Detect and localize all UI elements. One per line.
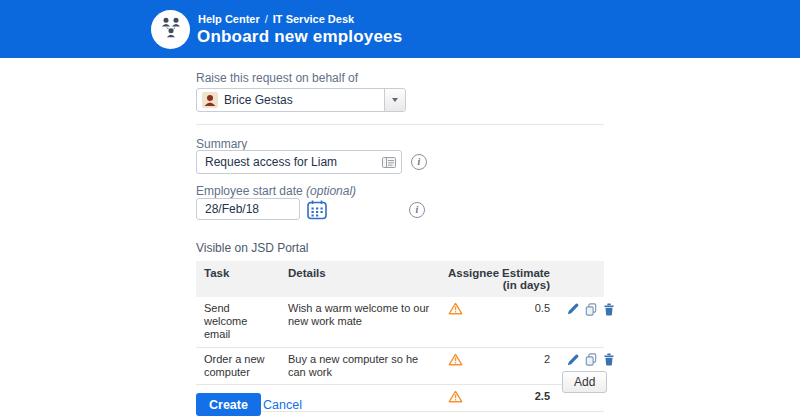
assignee-cell — [440, 347, 494, 384]
assignee-cell — [440, 297, 494, 347]
start-date-label: Employee start date (optional) — [196, 184, 356, 198]
calendar-picker-button[interactable] — [306, 199, 328, 221]
empty-cell — [280, 384, 440, 411]
breadcrumb-help-center[interactable]: Help Center — [198, 13, 260, 25]
breadcrumb-separator: / — [265, 13, 268, 25]
autocomplete-form-icon — [382, 157, 396, 168]
estimate-cell: 0.5 — [494, 297, 556, 347]
task-cell: Order a new computer — [196, 347, 280, 384]
start-date-input[interactable] — [196, 198, 300, 220]
details-cell: Buy a new computer so he can work — [280, 347, 440, 384]
col-header-estimate: Estimate (in days) — [494, 261, 556, 297]
breadcrumb-service-desk[interactable]: IT Service Desk — [273, 13, 354, 25]
estimate-cell: 2 — [494, 347, 556, 384]
total-estimate: 2.5 — [494, 384, 556, 411]
warning-triangle-icon — [448, 353, 463, 366]
calendar-icon — [306, 199, 328, 221]
cancel-link[interactable]: Cancel — [263, 398, 302, 412]
user-avatar-icon — [202, 92, 218, 108]
behalf-label: Raise this request on behalf of — [196, 71, 358, 85]
col-header-details: Details — [280, 261, 440, 297]
summary-field-wrap — [196, 150, 402, 174]
request-type-avatar — [151, 10, 190, 49]
col-header-task: Task — [196, 261, 280, 297]
behalf-dropdown-button[interactable] — [384, 89, 405, 111]
col-header-actions — [556, 261, 604, 297]
delete-trash-icon[interactable] — [603, 303, 615, 316]
section-divider — [196, 124, 604, 125]
edit-pencil-icon[interactable] — [567, 303, 579, 315]
details-cell: Wish a warm welcome to our new work mate — [280, 297, 440, 347]
summary-label: Summary — [196, 137, 247, 151]
chevron-down-icon — [392, 98, 398, 102]
table-row: Send welcome email Wish a warm welcome t… — [196, 297, 604, 347]
warning-triangle-icon — [448, 390, 463, 403]
breadcrumb: Help Center/IT Service Desk — [198, 13, 354, 25]
summary-input[interactable] — [197, 155, 382, 169]
add-task-button[interactable]: Add — [562, 371, 607, 393]
page-title: Onboard new employees — [197, 27, 402, 47]
summary-info-icon[interactable]: i — [411, 154, 427, 170]
tasks-table: Task Details Assignee Estimate (in days)… — [196, 261, 604, 412]
start-date-info-icon[interactable]: i — [409, 202, 425, 218]
portal-visibility-note: Visible on JSD Portal — [196, 241, 309, 255]
table-row: Order a new computer Buy a new computer … — [196, 347, 604, 384]
portal-header: Help Center/IT Service Desk Onboard new … — [0, 0, 800, 58]
warning-triangle-icon — [448, 302, 463, 315]
onboard-request-page: Help Center/IT Service Desk Onboard new … — [0, 0, 800, 420]
behalf-select[interactable]: Brice Gestas — [196, 88, 406, 112]
delete-trash-icon[interactable] — [603, 353, 615, 366]
copy-icon[interactable] — [585, 353, 597, 366]
task-cell: Send welcome email — [196, 297, 280, 347]
copy-icon[interactable] — [585, 303, 597, 316]
create-button[interactable]: Create — [196, 393, 261, 416]
team-org-icon — [156, 13, 186, 47]
start-date-optional-text: (optional) — [306, 184, 356, 198]
row-actions — [556, 297, 604, 347]
behalf-selected-value: Brice Gestas — [224, 93, 384, 107]
total-assignee-cell — [440, 384, 494, 411]
start-date-label-text: Employee start date — [196, 184, 303, 198]
edit-pencil-icon[interactable] — [567, 354, 579, 366]
tasks-table-header-row: Task Details Assignee Estimate (in days) — [196, 261, 604, 297]
col-header-assignee: Assignee — [440, 261, 494, 297]
